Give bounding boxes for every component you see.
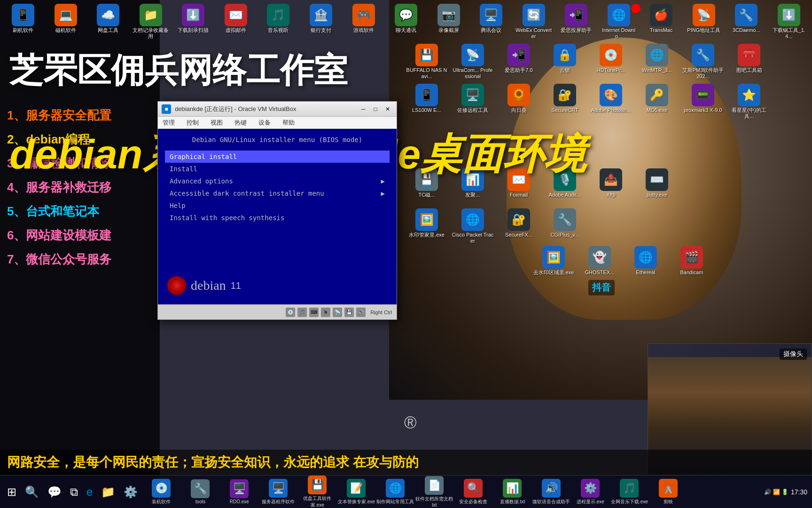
icon-img: ⬇️	[182, 4, 204, 26]
taskbar-icon-img: 💾	[308, 476, 327, 494]
vbox-window[interactable]: ■ debiankde [正在运行] - Oracle VM VirtualBo…	[157, 101, 397, 320]
icon-img: ☁️	[97, 4, 119, 26]
taskbar-icon-11[interactable]: ⚙️ 进程显示.exe	[571, 479, 609, 505]
top-icon-9[interactable]: 💬 聊天通讯	[387, 4, 426, 40]
icon-img: 🌐	[634, 246, 657, 269]
taskbar-icon-0[interactable]: 💿 装机软件	[142, 479, 180, 505]
sixth-icon-0[interactable]: 🖼️ 去水印区域里.exe	[532, 246, 575, 276]
top-icon-6[interactable]: 🎵 音乐视听	[259, 4, 298, 40]
icon-label: 向日葵	[511, 107, 527, 113]
desktop: 📱 刷机软件 💻 磁机软件 ☁️ 网盘工具 📁 文档记录收藏备用 ⬇️ 下载刻录…	[0, 0, 812, 508]
install-option-3[interactable]: Accessible dark contrast installer menu▶	[165, 187, 390, 199]
taskbar-icon-img: 📊	[503, 479, 522, 498]
top-icon-13[interactable]: 📲 爱思投屏助手	[557, 4, 596, 40]
fifth-icon-1[interactable]: 🌐 Cisco Packet Tracer	[452, 208, 494, 244]
icon-label: 银行支付	[311, 27, 331, 33]
icon-img: ✉️	[225, 4, 247, 26]
taskbar-icon-7[interactable]: 📄 软件文档所需文档txt	[415, 476, 453, 508]
icon-img: 🏦	[310, 4, 332, 26]
top-icon-8[interactable]: 🎮 游戏软件	[344, 4, 383, 40]
top-icon-5[interactable]: ✉️ 虚拟邮件	[217, 4, 256, 40]
icon-img: 💬	[395, 4, 417, 26]
icon-label: Adobe Audit...	[549, 192, 581, 198]
top-icon-3[interactable]: 📁 文档记录收藏备用	[132, 4, 171, 40]
menu-devices[interactable]: 设备	[256, 118, 273, 128]
fifth-icon-2[interactable]: 🔐 SecureFX...	[498, 208, 540, 244]
close-button[interactable]: ✕	[383, 104, 393, 114]
maximize-button[interactable]: □	[370, 104, 381, 114]
taskbar-icon-img: ✂️	[659, 479, 678, 498]
taskbar-icon-label: 制作网站常用工具	[376, 499, 414, 505]
install-option-5[interactable]: Install with speech synthesis	[165, 212, 390, 224]
search-button[interactable]: 🔍	[23, 483, 41, 501]
cortana-button[interactable]: 💬	[45, 483, 64, 501]
icon-label: 聊天通讯	[396, 27, 416, 33]
taskbar-icon-label: 微软语音合成助手	[532, 499, 570, 505]
taskbar-icon-6[interactable]: 🌐 制作网站常用工具	[376, 479, 414, 505]
taskbar-start: ⊞ 🔍 💬 ⧉ e 📁 ⚙️	[5, 483, 140, 501]
top-icon-16[interactable]: 📡 PING地址工具	[685, 4, 724, 40]
taskbar-icon-8[interactable]: 🔍 安全必备检查	[454, 479, 492, 505]
top-icon-10[interactable]: 📷 录像截屏	[429, 4, 468, 40]
menu-manage[interactable]: 管理	[160, 118, 177, 128]
top-icon-7[interactable]: 🏦 银行支付	[302, 4, 341, 40]
taskbar-icon-9[interactable]: 📊 直播数据.txt	[493, 479, 531, 505]
settings-button[interactable]: ⚙️	[121, 483, 140, 501]
top-icon-0[interactable]: 📱 刷机软件	[4, 4, 43, 40]
icon-img: ⬇️	[778, 4, 800, 26]
install-option-4[interactable]: Help	[165, 199, 390, 212]
install-option-0[interactable]: Graphical install	[165, 151, 390, 163]
top-icon-15[interactable]: 🍎 TransMac	[642, 4, 681, 40]
sixth-icon-row: 🖼️ 去水印区域里.exe 👻 GHOSTEX... 🌐 Ethereal 🎬 …	[531, 245, 810, 277]
icon-label: Internet Downlo...	[599, 27, 638, 40]
icon-label: proxmark3 X-9.0	[684, 107, 722, 113]
edge-button[interactable]: e	[84, 483, 95, 501]
taskbar-icons: 💿 装机软件 🔧 tools 🖥️ RDO.exe 🖥️ 服务器程序软件 💾 优…	[142, 476, 687, 508]
vbox-content: Debian GNU/Linux installer menu (BIOS mo…	[158, 129, 397, 304]
top-icon-11[interactable]: 🖥️ 腾讯会议	[472, 4, 511, 40]
taskbar-icon-2[interactable]: 🖥️ RDO.exe	[220, 479, 258, 504]
menu-help[interactable]: 帮助	[280, 118, 297, 128]
icon-img: 🌐	[608, 4, 630, 26]
install-option-2[interactable]: Advanced options▶	[165, 175, 390, 187]
icon-label: 去水印区域里.exe	[533, 270, 574, 276]
explorer-button[interactable]: 📁	[99, 483, 117, 501]
taskbar-icon-5[interactable]: 📝 文本替换专家.exe	[337, 479, 375, 505]
taskbar-icon-1[interactable]: 🔧 tools	[181, 479, 219, 504]
taskbar-icon-3[interactable]: 🖥️ 服务器程序软件	[259, 479, 297, 505]
menu-hotkey[interactable]: 热键	[232, 118, 249, 128]
menu-control[interactable]: 控制	[184, 118, 201, 128]
taskbar: ⊞ 🔍 💬 ⧉ e 📁 ⚙️ 💿 装机软件 🔧 tools 🖥️ RDO.exe…	[0, 475, 812, 508]
webcam-label: 摄像头	[780, 349, 807, 360]
install-option-1[interactable]: Install	[165, 163, 390, 175]
installer-title: Debian GNU/Linux installer menu (BIOS mo…	[165, 136, 390, 143]
taskbar-icon-12[interactable]: 🎵 全网音乐下载.exe	[610, 479, 648, 505]
menu-item-7: 7、微信公众号服务	[0, 247, 160, 271]
top-icon-12[interactable]: 🔄 WebEx Converter	[514, 4, 553, 40]
taskbar-icon-4[interactable]: 💾 优盘工具软件家.exe	[298, 476, 336, 508]
fifth-icon-0[interactable]: 🖼️ 水印管家里.exe	[406, 208, 448, 244]
top-icon-1[interactable]: 💻 磁机软件	[47, 4, 86, 40]
taskbar-icon-img: 🎵	[620, 479, 639, 498]
icon-img: 🖼️	[542, 246, 565, 269]
taskbar-icon-10[interactable]: 🔊 微软语音合成助手	[532, 479, 570, 505]
platform-indicator: 抖音	[588, 280, 615, 295]
menu-view[interactable]: 视图	[208, 118, 225, 128]
icon-label: 文档记录收藏备用	[132, 27, 171, 40]
taskbar-icon-13[interactable]: ✂️ 剪映	[649, 479, 687, 505]
minimize-button[interactable]: ─	[358, 104, 368, 114]
top-icon-2[interactable]: ☁️ 网盘工具	[89, 4, 128, 40]
main-title-text: debian系统中安装kde桌面环境	[9, 129, 803, 179]
top-icon-4[interactable]: ⬇️ 下载刻录扫描	[174, 4, 213, 40]
sixth-icon-3[interactable]: 🎬 Bandicam	[671, 246, 713, 276]
sixth-icon-1[interactable]: 👻 GHOSTEX...	[578, 246, 621, 276]
top-icon-18[interactable]: ⬇️ 下载锅工具_1.4...	[770, 4, 809, 40]
sixth-icon-2[interactable]: 🌐 Ethereal	[625, 246, 667, 276]
status-icon-7: 🔊	[356, 308, 366, 317]
top-icon-17[interactable]: 🔧 3CDaemo...	[727, 4, 766, 40]
windows-start-button[interactable]: ⊞	[5, 483, 19, 501]
status-icon-1: 💿	[286, 308, 295, 317]
fifth-icon-3[interactable]: 🔧 CGIPlus_v...	[544, 208, 586, 244]
menu-item-6: 6、网站建设模板建	[0, 223, 160, 247]
task-view-button[interactable]: ⧉	[68, 483, 80, 501]
